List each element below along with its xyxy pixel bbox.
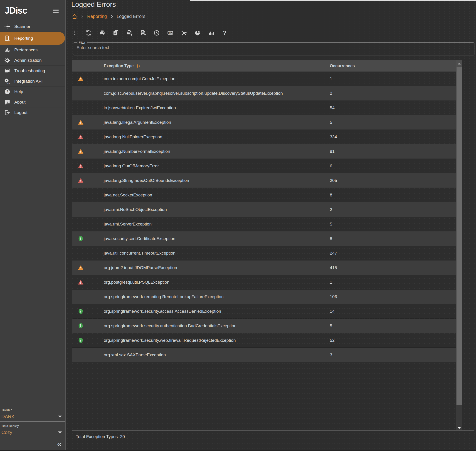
- table-row[interactable]: java.net.SocketException 8: [72, 188, 456, 202]
- theme-select[interactable]: DARK * DARK: [0, 406, 65, 421]
- table-row[interactable]: java.lang.StringIndexOutOfBoundsExceptio…: [72, 173, 456, 188]
- table-row[interactable]: org.postgresql.util.PSQLException 1: [72, 275, 456, 289]
- sidebar-item-label: Logout: [14, 110, 27, 115]
- collapse-sidebar-icon[interactable]: «: [57, 440, 62, 448]
- home-icon[interactable]: [72, 14, 77, 19]
- occurrences-cell: 106: [330, 294, 456, 299]
- occurrences-cell: 2: [330, 207, 456, 212]
- export-csv-button[interactable]: CSV: [136, 26, 150, 39]
- reporting-icon: [4, 35, 10, 42]
- sort-ascending-icon[interactable]: [136, 63, 141, 69]
- sql-button[interactable]: SQL: [163, 26, 177, 39]
- table-row[interactable]: org.springframework.security.web.firewal…: [72, 333, 456, 348]
- export-xls-button[interactable]: XLS: [123, 26, 136, 39]
- add-report-button[interactable]: [109, 26, 123, 39]
- table-row[interactable]: java.util.concurrent.TimeoutException 24…: [72, 246, 456, 260]
- sidebar-item-administration[interactable]: Administration: [0, 55, 65, 66]
- exception-type-cell: java.util.concurrent.TimeoutException: [104, 251, 330, 256]
- scroll-up-icon[interactable]: [456, 60, 462, 67]
- toolbar-button-icon: [85, 30, 92, 36]
- table-row[interactable]: org.springframework.remoting.RemoteLooku…: [72, 289, 456, 304]
- help-button[interactable]: ?: [218, 26, 232, 39]
- occurrences-cell: 6: [330, 163, 456, 169]
- print-button[interactable]: [95, 26, 109, 39]
- scroll-down-icon[interactable]: [456, 427, 462, 429]
- help-icon: ?: [4, 88, 10, 95]
- severity-icon: [72, 119, 104, 125]
- pie-chart-button[interactable]: [191, 26, 204, 39]
- occurrences-cell: 8: [330, 236, 456, 241]
- exception-type-cell: io.jsonwebtoken.ExpiredJwtException: [104, 105, 330, 110]
- table-row[interactable]: java.lang.NullPointerException 334: [72, 130, 456, 144]
- bar-chart-button[interactable]: [204, 26, 218, 39]
- sidebar-item-reporting[interactable]: Reporting: [0, 32, 65, 45]
- sidebar-item-about[interactable]: About: [0, 97, 65, 107]
- share-button[interactable]: [177, 26, 191, 39]
- occurrences-cell: 54: [330, 105, 456, 110]
- exception-type-cell: com.jdisc.webui.server.graphql.resolver.…: [104, 91, 330, 96]
- schedule-button[interactable]: [150, 26, 163, 39]
- column-header-occurrences[interactable]: Occurrences: [330, 63, 456, 68]
- toolbar-button-icon: [99, 30, 105, 36]
- breadcrumb-link-reporting[interactable]: Reporting: [87, 14, 107, 19]
- toolbar-button-icon: XLS: [126, 30, 133, 36]
- table-row[interactable]: org.xml.sax.SAXParseException 3: [72, 348, 456, 362]
- table-row[interactable]: java.rmi.NoSuchObjectException 2: [72, 202, 456, 217]
- toolbar-button-icon: [72, 30, 78, 36]
- exception-type-cell: java.security.cert.CertificateException: [104, 236, 330, 241]
- troubleshooting-icon: [4, 68, 10, 74]
- scrollbar-thumb[interactable]: [457, 67, 462, 405]
- table-row[interactable]: java.rmi.ServerException 5: [72, 217, 456, 232]
- sidebar-item-troubleshooting[interactable]: Troubleshooting: [0, 66, 65, 76]
- table-row[interactable]: java.security.cert.CertificateException …: [72, 232, 456, 246]
- table-row[interactable]: java.lang.IllegalArgumentException 5: [72, 115, 456, 130]
- svg-text:CSV: CSV: [141, 32, 144, 34]
- search-input[interactable]: [76, 45, 471, 51]
- table-row[interactable]: com.jdisc.webui.server.graphql.resolver.…: [72, 86, 456, 100]
- table-row[interactable]: java.lang.NumberFormatException 91: [72, 144, 456, 159]
- table-row[interactable]: java.lang.OutOfMemoryError 6: [72, 159, 456, 173]
- sidebar-item-integration-api[interactable]: API Integration API: [0, 76, 65, 87]
- exception-type-cell: java.lang.StringIndexOutOfBoundsExceptio…: [104, 178, 330, 183]
- severity-icon: [72, 337, 104, 343]
- occurrences-cell: 91: [330, 149, 456, 154]
- table-row[interactable]: org.springframework.security.access.Acce…: [72, 304, 456, 319]
- toolbar: XLS CSV SQL ?: [68, 26, 232, 39]
- sidebar-item-scanner[interactable]: Scanner: [0, 21, 65, 32]
- severity-icon: [72, 163, 104, 169]
- sidebar-item-label: Reporting: [14, 36, 33, 41]
- exception-type-cell: org.jdom2.input.JDOMParseException: [104, 265, 330, 270]
- refresh-button[interactable]: [82, 26, 95, 39]
- exception-type-cell: java.rmi.NoSuchObjectException: [104, 207, 330, 212]
- data-density-select[interactable]: Data Density Cozy: [0, 421, 65, 437]
- breadcrumb: Reporting Logged Errors: [72, 14, 145, 19]
- sidebar-item-preferences[interactable]: Preferences: [0, 45, 65, 55]
- occurrences-cell: 1: [330, 280, 456, 285]
- exception-type-cell: java.lang.OutOfMemoryError: [104, 163, 330, 169]
- svg-text:?: ?: [6, 90, 8, 94]
- toolbar-button-icon: SQL: [167, 30, 173, 36]
- menu-icon[interactable]: [52, 7, 60, 14]
- severity-icon: [72, 279, 104, 285]
- column-header-exception-type[interactable]: Exception Type: [104, 63, 330, 69]
- occurrences-cell: 14: [330, 309, 456, 314]
- sidebar-item-logout[interactable]: Logout: [0, 107, 65, 118]
- occurrences-cell: 247: [330, 251, 456, 256]
- sidebar-item-help[interactable]: ? Help: [0, 87, 65, 97]
- table-row[interactable]: org.jdom2.input.JDOMParseException 415: [72, 260, 456, 275]
- occurrences-cell: 334: [330, 134, 456, 139]
- exception-type-cell: java.lang.IllegalArgumentException: [104, 120, 330, 125]
- app-logo: JDisc: [5, 6, 27, 16]
- svg-text:XLS: XLS: [128, 32, 130, 34]
- sidebar-item-label: Administration: [14, 58, 42, 63]
- table-scrollbar[interactable]: [456, 60, 462, 430]
- table-row[interactable]: io.jsonwebtoken.ExpiredJwtException 54: [72, 100, 456, 115]
- breadcrumb-current: Logged Errors: [117, 14, 146, 19]
- table-row[interactable]: org.springframework.security.authenticat…: [72, 319, 456, 333]
- exception-type-cell: org.xml.sax.SAXParseException: [104, 352, 330, 357]
- exception-type-cell: java.lang.NullPointerException: [104, 134, 330, 139]
- filter-field: Filter: [73, 41, 474, 55]
- more-button[interactable]: [68, 26, 82, 39]
- table-row[interactable]: com.inzoom.comjni.ComJniException 1: [72, 72, 456, 86]
- toolbar-button-icon: ?: [222, 30, 228, 36]
